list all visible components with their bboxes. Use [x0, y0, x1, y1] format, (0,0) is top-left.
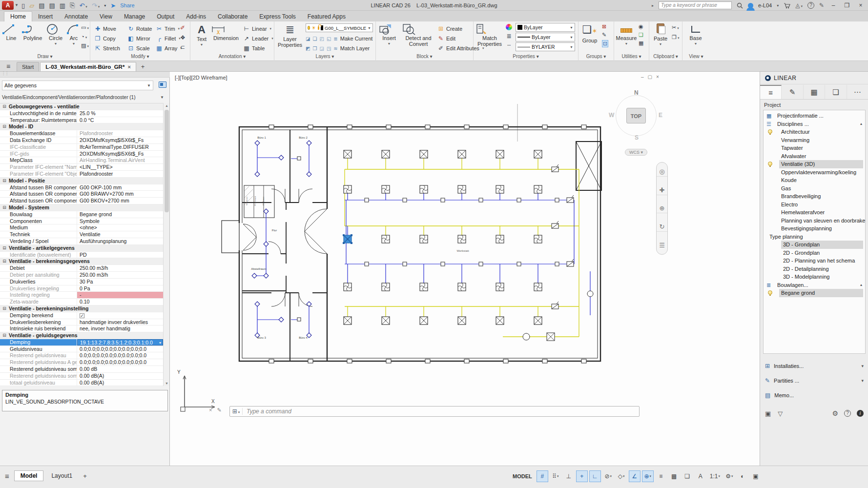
selected-plafondrooster[interactable] — [343, 234, 352, 244]
layer-off-icon[interactable]: ◰ — [319, 36, 324, 41]
user-caret-icon[interactable]: ▾ — [777, 3, 779, 8]
make-current-button[interactable]: Make Current — [340, 36, 373, 41]
panel-label-groups[interactable]: Groups ▾ — [579, 54, 614, 61]
search-expand-icon[interactable]: ▸ — [652, 3, 654, 8]
command-input[interactable]: Type a command — [243, 408, 291, 415]
panel-toggle-icon[interactable]: ▣ — [765, 410, 771, 417]
trim-button[interactable]: ✂Trim▾ — [156, 24, 182, 34]
viewport-controls-label[interactable]: [-][Top][2D Wireframe] — [175, 75, 227, 81]
paste-button[interactable]: Paste▼ — [651, 23, 670, 47]
layer-unisolate-icon[interactable]: ◩ — [306, 46, 310, 51]
property-section-header[interactable]: ⊟Model - Positie — [0, 178, 163, 184]
ceiling-diffuser-symbols[interactable] — [344, 150, 542, 325]
status-toggle-object-snap-tracking[interactable]: ∠ — [629, 470, 641, 482]
tree-item-gas[interactable]: Gas — [764, 184, 865, 193]
layer-select-combo[interactable]: ☀ G00_L__SYMBOLE ▼ — [306, 23, 373, 32]
model-space-label[interactable]: MODEL — [513, 473, 532, 479]
panel-label-properties[interactable]: Properties ▾ — [474, 54, 578, 61]
match-properties-button[interactable]: Match Properties — [475, 23, 504, 47]
ribbon-tab-collaborate[interactable]: Collaborate — [212, 12, 253, 21]
restore-button[interactable]: ❐ — [843, 2, 851, 9]
palette-scrollbar[interactable]: ▲ ▼ — [163, 103, 169, 386]
tab-model[interactable]: Model — [14, 470, 44, 481]
filter-icon[interactable]: ▽ — [778, 410, 783, 417]
property-row[interactable]: Instelling regeling- — [0, 292, 163, 299]
status-toggle-dynamic-input[interactable]: + — [576, 470, 588, 482]
status-toggle-lineweight[interactable]: ≡ — [655, 470, 667, 482]
status-toggle-isolate-objects[interactable]: ◐ — [737, 470, 748, 482]
property-row[interactable]: Geluidsniveau0.0;0.0;0.0;0.0;0.0;0.0;0.0… — [0, 346, 163, 353]
ribbon-tab-featured-apps[interactable]: Featured Apps — [302, 12, 351, 21]
text-button[interactable]: A Text▼ — [193, 23, 210, 48]
tree-item-electro[interactable]: Electro — [764, 201, 865, 209]
status-toggle-polar-tracking[interactable]: ⊘▾ — [602, 470, 614, 482]
status-toggle-clean-screen[interactable]: ▣ — [750, 470, 762, 482]
viewcube-top-button[interactable]: TOP — [626, 108, 646, 123]
property-row[interactable]: Afstand tussen OR component en B...G00 B… — [0, 191, 163, 198]
property-row[interactable]: Demping19.1;13.2;7.8;3.5;1.2;0.3;0.1;0.0… — [0, 339, 163, 346]
duct-fitting-symbols[interactable] — [365, 164, 574, 309]
wcs-selector[interactable]: WCS ▾ — [625, 149, 647, 156]
match-layer-button[interactable]: Match Layer — [340, 45, 370, 51]
compass-east[interactable]: E — [659, 112, 662, 119]
arc-button[interactable]: Arc▼ — [66, 23, 81, 47]
make-current-icon[interactable]: ≣ — [333, 36, 337, 41]
linear-dim-button[interactable]: ⊢Linear▾ — [243, 24, 273, 34]
group-button[interactable]: ❏✶ Group — [579, 23, 600, 43]
property-section-header[interactable]: ⊟Gebouwgegevens - ventilatie — [0, 103, 163, 110]
panel-label-layers[interactable]: Layers ▾ — [274, 54, 375, 61]
circle-button[interactable]: Circle▼ — [46, 23, 65, 47]
status-toggle-grid[interactable]: # — [537, 470, 548, 482]
tree-item-begane-grond[interactable]: Begane grond — [764, 289, 865, 297]
tree-item-planning-van-sleuven-en-doorbraken[interactable]: Planning van sleuven en doorbraken — [764, 217, 865, 225]
rotate-button[interactable]: ↻Rotate — [127, 24, 152, 34]
status-toggle-annotation-visibility[interactable]: A — [695, 470, 706, 482]
fan-symbols[interactable] — [523, 291, 593, 341]
leader-button[interactable]: ↗Leader▾ — [243, 34, 273, 43]
expand-caret-icon[interactable]: ▾ — [861, 378, 864, 383]
tree-item-3d-grondplan[interactable]: 3D - Grondplan — [764, 241, 865, 249]
status-toggle-workspace[interactable]: ⚙▾ — [723, 470, 735, 482]
status-toggle-selection-cycling[interactable]: ❏ — [682, 470, 693, 482]
property-row[interactable]: Medium<ohne> — [0, 224, 163, 231]
tree-item-3d-modelplanning[interactable]: 3D - Modelplanning — [764, 273, 865, 281]
close-button[interactable]: × — [856, 2, 865, 9]
value-dropdown-icon[interactable]: ▾ — [159, 340, 161, 346]
feedback-pencil-icon[interactable]: ✎ — [819, 2, 824, 9]
ribbon-tab-view[interactable]: View — [94, 12, 118, 21]
tree-item-projectinformatie[interactable]: ▦Projectinformatie ... — [764, 112, 865, 120]
layer-properties-button[interactable]: ≣ Layer Properties — [276, 23, 304, 48]
panel-label-modify[interactable]: Modify ▾ — [90, 54, 190, 61]
measure-button[interactable]: Measure▼ — [615, 23, 638, 47]
tree-item-disciplines[interactable]: ☰Disciplines ...▴ — [764, 120, 865, 128]
property-row[interactable]: TechniekVentilatie — [0, 231, 163, 238]
linear-info-icon[interactable]: i — [857, 410, 864, 417]
bulb-icon[interactable] — [768, 162, 772, 166]
linear-tab-more[interactable]: ⋯ — [847, 85, 868, 99]
ellipse-tool-icon[interactable]: ◔▾ — [81, 34, 89, 40]
panel-label-utilities[interactable]: Utilities ▾ — [614, 54, 649, 61]
property-row[interactable]: Afstand tussen BR component en O...G00 O… — [0, 184, 163, 191]
property-filter-dropdown[interactable]: Alle gegevens▼ — [2, 81, 153, 90]
property-row[interactable]: ComponentenSymbole — [0, 218, 163, 225]
linear-tab-edit[interactable]: ✎ — [782, 85, 803, 99]
tree-item-koude[interactable]: Koude — [764, 176, 865, 184]
detect-convert-button[interactable]: Detect and Convert — [402, 23, 434, 47]
showmotion-icon[interactable]: ☰ — [657, 241, 667, 250]
mirror-button[interactable]: ◧Mirror — [127, 34, 152, 43]
linear-tab-document[interactable]: ❏ — [825, 85, 847, 99]
pan-icon[interactable]: ✚ — [657, 185, 667, 195]
collapse-icon[interactable]: ⊟ — [0, 245, 9, 251]
layer-freeze-icon[interactable]: ❏ — [312, 36, 317, 41]
property-row[interactable]: Luchtvochtigheid in de ruimte25.0 % — [0, 110, 163, 117]
vp-restore-icon[interactable]: ▢ — [648, 74, 652, 80]
status-toggle-annotation-scale[interactable]: 1:1▾ — [708, 470, 722, 482]
linear-tab-menu[interactable]: ≡ — [760, 85, 782, 99]
tree-item-verwarming[interactable]: Verwarming — [764, 136, 865, 144]
tab-start[interactable]: Start — [17, 62, 39, 71]
scroll-up-icon[interactable]: ▲ — [164, 104, 170, 107]
property-row[interactable]: Data Exchange ID2OXDMsfKsymq$I5X6t$_Fs — [0, 137, 163, 144]
tree-item-architectuur[interactable]: Architectuur — [764, 128, 865, 136]
search-icon[interactable] — [737, 2, 743, 9]
ribbon-tab-home[interactable]: Home — [4, 11, 32, 21]
